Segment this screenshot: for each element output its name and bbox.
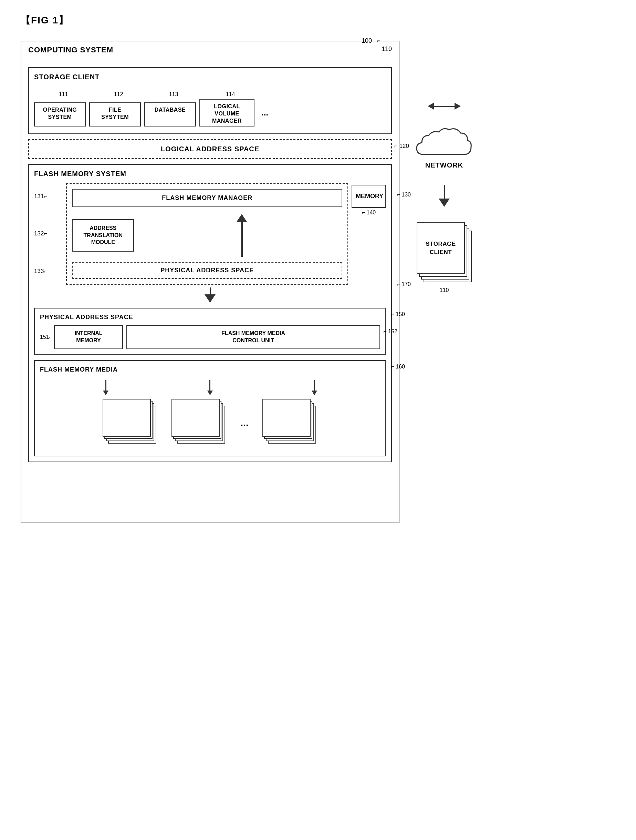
ref-150: ⌐ 150: [391, 311, 405, 317]
ref-170: ⌐ 170: [397, 281, 411, 287]
shaft-3: [314, 380, 315, 390]
ref-111: 111: [38, 92, 89, 98]
fms-left-refs: 131⌐ 132⌐ 133⌐: [34, 183, 49, 285]
h-arrow-left-icon: [428, 103, 434, 110]
arrow-up: [141, 214, 342, 257]
arrow-head-down-icon: [205, 294, 216, 303]
fms-label: FLASH MEMORY SYSTEM: [34, 170, 386, 178]
ellipsis-sc: ...: [261, 108, 268, 118]
ref-160: ⌐ 160: [391, 364, 405, 370]
flash-media-control-group: FLASH MEMORY MEDIACONTROL UNIT ⌐ 152: [126, 325, 380, 349]
storage-card-label: STORAGECLIENT: [426, 240, 456, 256]
flash-memory-media: FLASH MEMORY MEDIA: [34, 360, 386, 456]
network-label: NETWORK: [425, 161, 463, 169]
storage-stack: STORAGECLIENT: [417, 222, 472, 284]
head-2: [207, 390, 213, 395]
pas-label: PHYSICAL ADDRESS SPACE: [80, 267, 335, 274]
ref-133: 133⌐: [34, 268, 47, 275]
internal-mem-group: 151⌐ INTERNALMEMORY: [40, 325, 123, 349]
figure-label: 【FIG 1】: [20, 14, 69, 27]
computing-system-label: COMPUTING SYSTEM: [28, 46, 113, 54]
arrow-stack-1: [103, 380, 109, 395]
ref-132-row: 132⌐: [34, 213, 47, 254]
storage-stacks-wrapper: STORAGECLIENT 110: [417, 222, 472, 293]
v-arrow-head: [439, 199, 450, 207]
head-1: [103, 390, 109, 395]
pao-label: PHYSICAL ADDRESS SPACE: [40, 314, 380, 321]
fmm-stacks: ...: [40, 395, 380, 450]
h-arrow-right-icon: [455, 103, 461, 110]
arrow-stack-3: [312, 380, 317, 395]
fms-middle: ADDRESSTRANSLATIONMODULE: [72, 214, 342, 257]
ref-140: ⌐ 140: [362, 210, 376, 216]
arrow-shaft: [241, 222, 243, 257]
page-2-1: [172, 399, 220, 437]
logical-address-space: LOGICAL ADDRESS SPACE: [28, 139, 392, 159]
fmm-ellipsis: ...: [240, 417, 248, 428]
vertical-arrow-down: [439, 185, 450, 207]
memory-wrapper: MEMORY ⌐ 140: [351, 183, 386, 285]
ref-110-right: 110: [417, 287, 472, 293]
storage-client-label: STORAGE CLIENT: [34, 73, 386, 81]
h-arrow-wrapper: [428, 103, 461, 110]
page-1-1: [102, 399, 151, 437]
ref-130: ⌐ 130: [397, 192, 411, 198]
pao-components: 151⌐ INTERNALMEMORY FLASH MEMORY MEDIACO…: [40, 325, 380, 349]
ref-113: 113: [148, 92, 199, 98]
comp-fs: FILESYSYTEM: [89, 103, 141, 126]
network-cloud-icon: [410, 123, 479, 165]
fms-wrapper: FLASH MEMORY SYSTEM 131⌐ 132⌐ 133⌐: [28, 164, 392, 462]
shaft-2: [209, 380, 210, 390]
pao-wrapper: PHYSICAL ADDRESS SPACE 151⌐ INTERNALMEMO…: [34, 308, 386, 355]
internal-memory-box: INTERNALMEMORY: [54, 325, 123, 349]
arrow-head-up-icon: [236, 214, 247, 222]
arrow-stack-2: [207, 380, 213, 395]
comp-os: OPERATINGSYSTEM: [34, 103, 86, 126]
fms-layout: 131⌐ 132⌐ 133⌐ FLASH MEMORY MANAGER: [34, 183, 386, 285]
flash-memory-system: FLASH MEMORY SYSTEM 131⌐ 132⌐ 133⌐: [28, 164, 392, 462]
page-stack-2: [172, 399, 227, 447]
sc-components: OPERATINGSYSTEM FILESYSYTEM DATABASE LOG…: [34, 99, 386, 126]
h-arrow-line: [434, 106, 455, 107]
ref-132: 132⌐: [34, 230, 47, 237]
las-wrapper: LOGICAL ADDRESS SPACE ⌐ 120: [28, 139, 392, 159]
ref-120: ⌐ 120: [394, 143, 409, 150]
page-stack-3: [262, 399, 318, 447]
shaft-1: [105, 380, 106, 390]
comp-lvm: LOGICALVOLUMEMANAGER: [199, 99, 255, 126]
network-group: NETWORK: [410, 123, 479, 169]
right-panel: NETWORK STORAGECLIENT 110: [410, 62, 479, 523]
ref-131: 131⌐: [34, 193, 47, 200]
storage-card-1: STORAGECLIENT: [417, 222, 465, 274]
fms-inner: FLASH MEMORY MANAGER ADDRESSTRANSLATIONM…: [66, 183, 348, 285]
addr-trans-module: ADDRESSTRANSLATIONMODULE: [72, 219, 134, 252]
ref-131-row: 131⌐: [34, 186, 47, 207]
ref-112: 112: [93, 92, 144, 98]
arrow-down-fms: [202, 287, 219, 303]
v-arrow-shaft: [444, 185, 445, 199]
ref-110: 110: [381, 46, 392, 53]
physical-addr-outer: PHYSICAL ADDRESS SPACE 151⌐ INTERNALMEMO…: [34, 308, 386, 355]
page-3-1: [262, 399, 310, 437]
computing-system: COMPUTING SYSTEM 110 STORAGE CLIENT 111 …: [20, 41, 400, 523]
arrow-shaft-down: [210, 287, 211, 294]
flash-mem-manager: FLASH MEMORY MANAGER: [72, 189, 342, 207]
memory-box: MEMORY: [351, 185, 386, 208]
fmm-arrow-lines: [40, 380, 380, 395]
ref-152: ⌐ 152: [384, 328, 397, 335]
ref-133-row: 133⌐: [34, 261, 47, 282]
fmm-wrapper: FLASH MEMORY MEDIA: [34, 360, 386, 456]
las-label: LOGICAL ADDRESS SPACE: [36, 145, 384, 153]
ref-114: 114: [203, 92, 258, 98]
page-stack-1: [102, 399, 158, 447]
ref-151: 151⌐: [40, 334, 52, 340]
fmm-label: FLASH MEMORY MEDIA: [40, 366, 380, 373]
head-3: [312, 390, 317, 395]
physical-addr-space-inner: PHYSICAL ADDRESS SPACE: [72, 262, 342, 279]
flash-media-control-box: FLASH MEMORY MEDIACONTROL UNIT: [126, 325, 380, 349]
comp-db: DATABASE: [144, 103, 196, 126]
storage-client-box: STORAGE CLIENT 111 112 113 114 OPERATING…: [28, 67, 392, 134]
